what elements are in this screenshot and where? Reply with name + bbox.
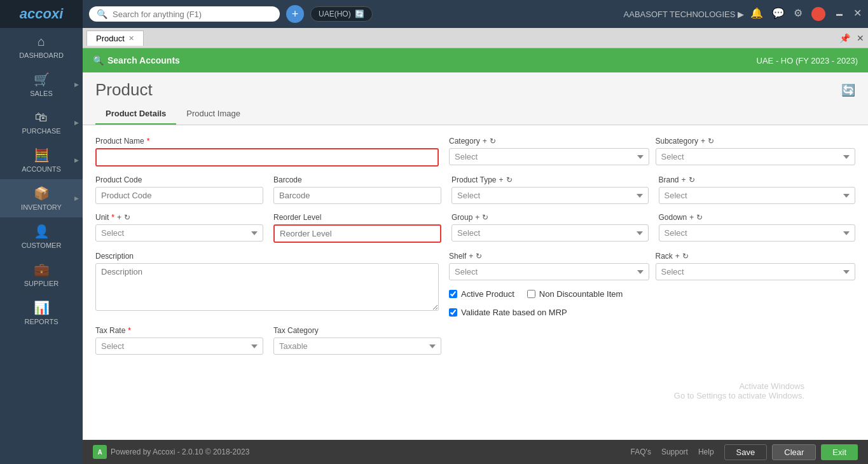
sidebar-item-accounts[interactable]: 🧮 ACCOUNTS ▶ — [0, 141, 83, 179]
add-brand-icon[interactable]: + — [682, 175, 686, 184]
shelf-group: Shelf + ↻ Select — [449, 252, 649, 280]
sidebar-item-supplier[interactable]: 💼 SUPPLIER — [0, 256, 83, 294]
refresh-product-type-icon[interactable]: ↻ — [506, 175, 513, 184]
refresh-subcategory-icon[interactable]: ↻ — [708, 137, 714, 146]
accounts-icon: 🧮 — [34, 147, 50, 163]
messages-icon[interactable]: 💬 — [772, 7, 785, 21]
dashboard-icon: ⌂ — [38, 34, 45, 49]
help-link[interactable]: Help — [698, 447, 714, 456]
add-product-type-icon[interactable]: + — [499, 175, 504, 184]
close-tab-icon[interactable]: ✕ — [128, 34, 134, 43]
product-tab[interactable]: Product ✕ — [86, 31, 144, 46]
tab-product-image[interactable]: Product Image — [176, 104, 251, 125]
tab-product-details[interactable]: Product Details — [95, 104, 176, 125]
global-search-box[interactable]: 🔍 — [89, 6, 280, 22]
unit-select[interactable]: Select — [95, 224, 263, 242]
product-type-label: Product Type + ↻ — [451, 175, 649, 184]
search-accounts-btn[interactable]: 🔍 Search Accounts — [93, 55, 180, 65]
bottom-links: FAQ's Support Help — [631, 447, 714, 456]
required-indicator: * — [111, 213, 114, 222]
sidebar-item-purchase[interactable]: 🛍 PURCHASE ▶ — [0, 104, 83, 141]
region-badge[interactable]: UAE(HO) 🔄 — [310, 6, 373, 22]
add-rack-icon[interactable]: + — [675, 252, 680, 261]
add-button[interactable]: + — [286, 5, 304, 23]
godown-select[interactable]: Select — [659, 224, 856, 242]
sidebar-item-inventory[interactable]: 📦 INVENTORY ▶ — [0, 179, 83, 217]
reorder-level-input[interactable] — [273, 224, 441, 243]
refresh-category-icon[interactable]: ↻ — [490, 137, 496, 146]
group-label: Group + ↻ — [451, 213, 649, 222]
product-code-input[interactable] — [95, 187, 263, 204]
close-icon[interactable]: ✕ — [853, 7, 862, 21]
form-row-5: Tax Rate * Select Tax Category Taxable — [95, 326, 855, 355]
validate-rate-checkbox[interactable] — [449, 308, 457, 317]
unit-label: Unit * + ↻ — [95, 213, 263, 222]
brand-select[interactable]: Select — [659, 187, 856, 204]
customer-icon: 👤 — [34, 224, 50, 239]
refresh-group-icon[interactable]: ↻ — [482, 213, 488, 222]
settings-icon[interactable]: ⚙ — [794, 7, 803, 21]
refresh-icon: 🔄 — [355, 10, 364, 18]
exit-button[interactable]: Exit — [821, 444, 858, 460]
category-group: Category + ↻ Select — [449, 137, 649, 165]
refresh-unit-icon[interactable]: ↻ — [124, 213, 130, 222]
product-type-select[interactable]: Select — [451, 187, 649, 204]
search-input[interactable] — [113, 10, 265, 19]
active-product-checkbox[interactable] — [449, 290, 457, 298]
tax-rate-select[interactable]: Select — [95, 338, 263, 355]
description-input[interactable] — [95, 263, 439, 311]
product-name-group: Product Name * — [95, 137, 439, 167]
form-row-3: Unit * + ↻ Select Reorder Level — [95, 213, 855, 243]
chevron-right-icon: ▶ — [74, 195, 79, 201]
add-unit-icon[interactable]: + — [117, 213, 121, 222]
main-area: 🔍 + UAE(HO) 🔄 AABASOFT TECHNOLOGIES ▶ 🔔 … — [83, 0, 868, 464]
product-name-label: Product Name * — [95, 137, 439, 146]
group-group: Group + ↻ Select — [451, 213, 649, 242]
support-link[interactable]: Support — [661, 447, 688, 456]
notifications-icon[interactable]: 🔔 — [750, 7, 763, 21]
minimize-icon[interactable]: 🗕 — [834, 7, 844, 21]
search-icon: 🔍 — [97, 9, 107, 19]
topbar: 🔍 + UAE(HO) 🔄 AABASOFT TECHNOLOGIES ▶ 🔔 … — [83, 0, 868, 28]
user-avatar[interactable] — [811, 7, 825, 21]
sidebar-item-label: INVENTORY — [21, 203, 62, 211]
save-button[interactable]: Save — [724, 444, 768, 460]
pin-icon[interactable]: 📌 — [839, 33, 850, 43]
refresh-shelf-icon[interactable]: ↻ — [476, 252, 482, 261]
refresh-brand-icon[interactable]: ↻ — [689, 175, 695, 184]
rack-select[interactable]: Select — [656, 263, 856, 280]
subcategory-select[interactable]: Select — [656, 148, 856, 165]
tax-category-label: Tax Category — [273, 326, 441, 335]
clear-button[interactable]: Clear — [772, 444, 816, 460]
purchase-icon: 🛍 — [35, 110, 48, 125]
refresh-button[interactable]: 🔄 — [841, 83, 855, 97]
sidebar-item-label: ACCOUNTS — [22, 165, 61, 173]
unit-group: Unit * + ↻ Select — [95, 213, 263, 242]
subcategory-group: Subcategory + ↻ Select — [656, 137, 856, 165]
brand-label: Brand + ↻ — [659, 175, 856, 184]
close-window-icon[interactable]: ✕ — [857, 33, 864, 43]
tax-category-select[interactable]: Taxable — [273, 338, 441, 355]
barcode-input[interactable] — [273, 187, 441, 204]
add-category-icon[interactable]: + — [483, 137, 487, 146]
refresh-rack-icon[interactable]: ↻ — [682, 252, 689, 261]
description-label: Description — [95, 252, 439, 261]
sidebar-item-customer[interactable]: 👤 CUSTOMER — [0, 217, 83, 256]
action-buttons: Save Clear Exit — [724, 444, 858, 460]
add-subcategory-icon[interactable]: + — [701, 137, 705, 146]
shelf-select[interactable]: Select — [449, 263, 649, 280]
sidebar-item-dashboard[interactable]: ⌂ DASHBOARD — [0, 28, 83, 65]
sidebar-item-sales[interactable]: 🛒 SALES ▶ — [0, 65, 83, 104]
refresh-godown-icon[interactable]: ↻ — [696, 213, 703, 222]
add-shelf-icon[interactable]: + — [469, 252, 473, 261]
reports-icon: 📊 — [34, 300, 50, 315]
add-group-icon[interactable]: + — [475, 213, 479, 222]
category-select[interactable]: Select — [449, 148, 649, 165]
non-discountable-checkbox[interactable] — [527, 290, 535, 298]
add-godown-icon[interactable]: + — [689, 213, 694, 222]
product-name-input[interactable] — [95, 148, 439, 167]
sidebar-item-reports[interactable]: 📊 REPORTS — [0, 294, 83, 332]
tab-label: Product — [96, 34, 125, 43]
faqs-link[interactable]: FAQ's — [631, 447, 651, 456]
group-select[interactable]: Select — [451, 224, 649, 242]
